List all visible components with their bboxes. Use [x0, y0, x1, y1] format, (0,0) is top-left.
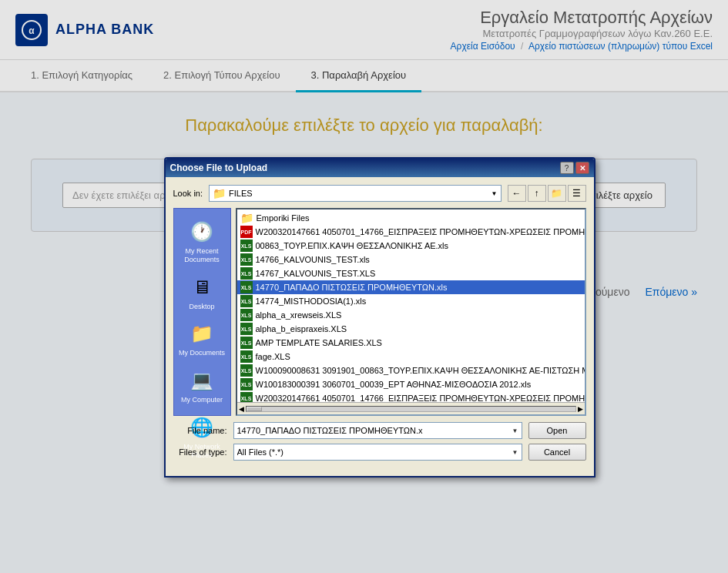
filename-label: File name: — [173, 426, 227, 435]
file-name: W200320147661 4050701_14766_ΕΙΣΠΡΑΞΕΙΣ Π… — [256, 227, 585, 236]
filetype-value: All Files (*.*) — [237, 447, 284, 457]
file-area-container: 🕐 My Recent Documents 🖥 Desktop 📁 My Doc… — [173, 208, 586, 416]
file-name: W100183000391 3060701_00039_ΕΡΤ ΑΘΗΝΑΣ-Μ… — [256, 380, 532, 389]
list-item[interactable]: XLS W200320147661 4050701_14766_ΕΙΣΠΡΑΞΕ… — [237, 391, 585, 402]
list-item[interactable]: XLS W100090008631 3091901_00863_ΤΟΥΡ.ΕΠΙ… — [237, 364, 585, 377]
file-upload-dialog: Choose File to Upload ? ✕ Look in: 📁 FIL… — [164, 157, 595, 478]
list-item[interactable]: XLS alpha_a_xrewseis.XLS — [237, 308, 585, 322]
file-list: 📁 Emporiki Files PDF W200320147661 40507… — [237, 209, 585, 402]
xls-icon: XLS — [240, 253, 253, 266]
file-name: alpha_b_eispraxeis.XLS — [256, 324, 347, 333]
dialog-close-button[interactable]: ✕ — [575, 162, 589, 174]
xls-icon: XLS — [240, 281, 253, 293]
filename-row: File name: 14770_ΠΑΠΑΔΟ ΠΙΣΤΩΣΕΙΣ ΠΡΟΜΗΘ… — [173, 422, 586, 439]
place-documents-label: My Documents — [179, 349, 225, 357]
places-bar: 🕐 My Recent Documents 🖥 Desktop 📁 My Doc… — [173, 208, 231, 416]
file-name: 00863_ΤΟΥΡ.ΕΠΙΧ.ΚΑΨΗ ΘΕΣΣΑΛΟΝΙΚΗΣ ΑΕ.xls — [256, 241, 449, 250]
xls-icon: XLS — [240, 240, 253, 252]
scroll-left-button[interactable]: ◀ — [239, 405, 244, 413]
dialog-titlebar: Choose File to Upload ? ✕ — [166, 159, 594, 177]
pdf-icon: PDF — [240, 226, 253, 238]
xls-icon: XLS — [240, 337, 253, 349]
xls-icon: XLS — [240, 323, 253, 335]
dialog-bottom: File name: 14770_ΠΑΠΑΔΟ ΠΙΣΤΩΣΕΙΣ ΠΡΟΜΗΘ… — [173, 416, 586, 468]
file-list-wrapper: 📁 Emporiki Files PDF W200320147661 40507… — [236, 208, 586, 416]
place-computer-label: My Computer — [181, 396, 223, 404]
xls-icon: XLS — [240, 364, 253, 377]
xls-icon: XLS — [240, 267, 253, 280]
dialog-body: Look in: 📁 FILES ▼ ← ↑ 📁 ☰ � — [166, 177, 594, 476]
file-name: W100090008631 3091901_00863_ΤΟΥΡ.ΕΠΙΧ.ΚΑ… — [256, 366, 585, 375]
desktop-icon: 🖥 — [188, 273, 216, 301]
file-name: W200320147661 4050701_14766_ΕΙΣΠΡΑΞΕΙΣ Π… — [256, 394, 585, 402]
dropdown-arrow-icon: ▼ — [491, 190, 498, 197]
back-button[interactable]: ← — [508, 185, 526, 202]
file-name: alpha_a_xrewseis.XLS — [256, 310, 342, 320]
scroll-thumb[interactable] — [247, 407, 262, 411]
filetype-select[interactable]: All Files (*.*) ▼ — [233, 444, 522, 461]
file-name: 14766_KALVOUNIS_TEST.xls — [256, 255, 370, 264]
place-my-computer[interactable]: 💻 My Computer — [177, 364, 227, 407]
filename-input[interactable]: 14770_ΠΑΠΑΔΟ ΠΙΣΤΩΣΕΙΣ ΠΡΟΜΗΘΕΥΤΩΝ.x ▼ — [233, 422, 522, 439]
scroll-right-button[interactable]: ▶ — [578, 405, 583, 413]
xls-icon: XLS — [240, 309, 253, 321]
filetype-label: Files of type: — [173, 447, 227, 457]
my-documents-icon: 📁 — [188, 320, 216, 347]
list-item[interactable]: XLS 14767_KALVOUNIS_TEST.XLS — [237, 266, 585, 280]
list-item-selected[interactable]: XLS 14770_ΠΑΠΑΔΟ ΠΙΣΤΩΣΕΙΣ ΠΡΟΜΗΘΕΥΤΩΝ.x… — [237, 280, 585, 294]
file-name: AMP TEMPLATE SALARIES.XLS — [256, 338, 382, 347]
file-name: 14774_MISTHODOSIA(1).xls — [256, 297, 367, 306]
look-in-label: Look in: — [173, 189, 203, 198]
open-button[interactable]: Open — [528, 422, 586, 439]
file-list-area: 📁 Emporiki Files PDF W200320147661 40507… — [237, 209, 585, 402]
xls-icon: XLS — [240, 378, 253, 390]
xls-icon: XLS — [240, 392, 253, 402]
list-item[interactable]: XLS fage.XLS — [237, 350, 585, 364]
dialog-help-button[interactable]: ? — [560, 162, 574, 174]
file-name: Emporiki Files — [257, 213, 310, 223]
list-item[interactable]: XLS 14766_KALVOUNIS_TEST.xls — [237, 253, 585, 266]
place-my-documents[interactable]: 📁 My Documents — [177, 317, 227, 360]
look-in-row: Look in: 📁 FILES ▼ ← ↑ 📁 ☰ — [173, 185, 586, 202]
file-name: 14767_KALVOUNIS_TEST.XLS — [256, 269, 376, 278]
dialog-overlay: Choose File to Upload ? ✕ Look in: 📁 FIL… — [0, 0, 728, 573]
place-desktop-label: Desktop — [189, 303, 214, 311]
dialog-title-text: Choose File to Upload — [170, 163, 268, 173]
file-name: fage.XLS — [256, 352, 290, 361]
list-item[interactable]: XLS 14774_MISTHODOSIA(1).xls — [237, 294, 585, 308]
filetype-dropdown-icon: ▼ — [512, 449, 518, 456]
new-folder-button[interactable]: 📁 — [548, 185, 566, 202]
place-recent-label: My Recent Documents — [179, 247, 226, 264]
scroll-track — [246, 406, 576, 412]
folder-icon: 📁 — [213, 187, 226, 199]
filename-value: 14770_ΠΑΠΑΔΟ ΠΙΣΤΩΣΕΙΣ ΠΡΟΜΗΘΕΥΤΩΝ.x — [237, 426, 423, 435]
look-in-value: FILES — [229, 189, 488, 198]
place-desktop[interactable]: 🖥 Desktop — [177, 270, 227, 314]
list-item[interactable]: XLS AMP TEMPLATE SALARIES.XLS — [237, 336, 585, 350]
up-button[interactable]: ↑ — [528, 185, 546, 202]
list-item[interactable]: XLS W100183000391 3060701_00039_ΕΡΤ ΑΘΗΝ… — [237, 377, 585, 391]
toolbar-buttons: ← ↑ 📁 ☰ — [508, 185, 586, 202]
list-item[interactable]: PDF W200320147661 4050701_14766_ΕΙΣΠΡΑΞΕ… — [237, 225, 585, 239]
my-computer-icon: 💻 — [188, 367, 216, 394]
file-name: 14770_ΠΑΠΑΔΟ ΠΙΣΤΩΣΕΙΣ ΠΡΟΜΗΘΕΥΤΩΝ.xls — [256, 283, 448, 292]
recent-docs-icon: 🕐 — [188, 218, 216, 246]
filetype-row: Files of type: All Files (*.*) ▼ Cancel — [173, 444, 586, 461]
horizontal-scrollbar: ◀ ▶ — [237, 402, 585, 414]
place-recent-documents[interactable]: 🕐 My Recent Documents — [177, 215, 227, 267]
folder-item-icon: 📁 — [240, 212, 253, 224]
look-in-select[interactable]: 📁 FILES ▼ — [209, 185, 501, 202]
filename-dropdown-icon: ▼ — [512, 427, 518, 434]
xls-icon: XLS — [240, 295, 253, 307]
xls-icon: XLS — [240, 350, 253, 363]
view-button[interactable]: ☰ — [568, 185, 586, 202]
list-item[interactable]: XLS alpha_b_eispraxeis.XLS — [237, 322, 585, 336]
list-item[interactable]: XLS 00863_ΤΟΥΡ.ΕΠΙΧ.ΚΑΨΗ ΘΕΣΣΑΛΟΝΙΚΗΣ ΑΕ… — [237, 239, 585, 253]
dialog-title-buttons: ? ✕ — [560, 162, 589, 174]
cancel-button[interactable]: Cancel — [528, 444, 586, 461]
list-item[interactable]: 📁 Emporiki Files — [237, 211, 585, 225]
